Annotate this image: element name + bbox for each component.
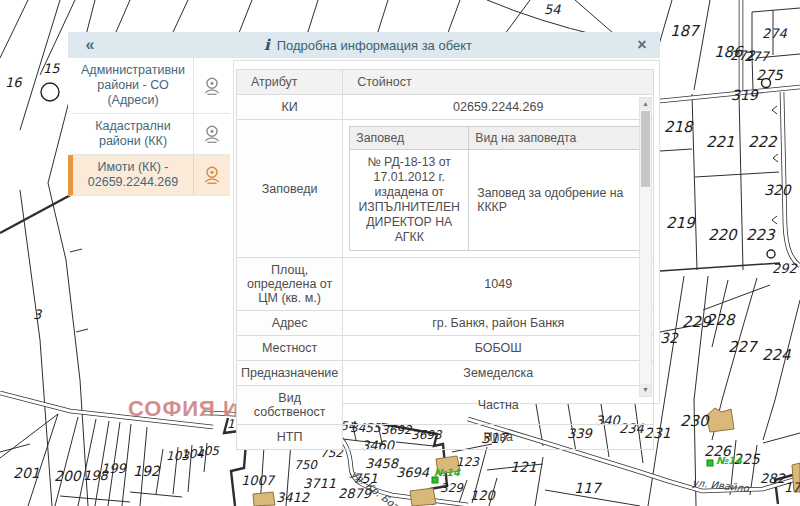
parcel-number-label: 219	[666, 216, 695, 231]
parcel-number-label: 277	[744, 50, 769, 63]
value-cell: БОБОШ	[343, 336, 654, 361]
info-icon: i	[264, 36, 270, 54]
attr-cell: Адрес	[237, 311, 343, 336]
sidebar-item-label: Кадастрални райони (КК)	[73, 114, 193, 154]
table-row: Вид собственост Частна	[237, 386, 654, 425]
sidebar-item-label: Имоти (КК) - 02659.2244.269	[73, 155, 193, 195]
app-window: 5416153187186274272277275319218221222320…	[0, 0, 800, 506]
collapse-sidebar-button[interactable]: «	[68, 36, 112, 54]
parcel-number-label: 199	[101, 462, 126, 475]
parcel-number-label: 3	[33, 308, 41, 321]
sidebar-item-property-02659-2244-269[interactable]: Имоти (КК) - 02659.2244.269	[68, 155, 230, 196]
scrollbar-down-arrow[interactable]: ▼	[640, 384, 651, 396]
table-row: Заповеди Заповед Вид на заповедта № РД-1…	[237, 120, 654, 258]
parcel-number-label: 319	[731, 88, 758, 102]
parcel-number-label: 220	[708, 228, 737, 243]
value-cell: гр. Банкя, район Банкя	[343, 311, 654, 336]
order-type-cell: Заповед за одобрение на КККР	[469, 150, 649, 251]
parcel-number-label: 292	[772, 262, 797, 275]
parcel-number-label: 224	[762, 348, 791, 363]
parcel-number-label: 1007	[241, 474, 274, 487]
attr-cell: НТП	[237, 425, 343, 450]
value-cell: Частна	[343, 386, 654, 425]
parcel-number-label: 120	[470, 489, 495, 502]
layer-sidebar: Административни райони - СО (Адреси) Кад…	[68, 58, 230, 196]
column-header-order-type: Вид на заповедта	[469, 127, 649, 150]
table-row: Адрес гр. Банкя, район Банкя	[237, 311, 654, 336]
sidebar-item-admin-regions[interactable]: Административни райони - СО (Адреси)	[68, 58, 230, 114]
parcel-number-label: 201	[13, 466, 40, 480]
parcel-number-label: 275	[756, 68, 783, 82]
map-pin-icon	[193, 114, 230, 154]
parcel-number-label: 192	[133, 464, 160, 478]
order-cell: № РД-18-13 от 17.01.2012 г. издадена от …	[350, 150, 469, 251]
parcel-number-label: 3711	[303, 477, 336, 490]
parcel-number-label: 282	[760, 472, 785, 485]
parcel-number-label: 15	[43, 62, 60, 75]
parcel-number-label: 218	[664, 120, 693, 135]
parcel-number-label: 187	[670, 24, 699, 39]
parcel-number-label: 274	[762, 27, 787, 40]
map-pin-icon	[193, 155, 230, 195]
value-cell: Нива	[343, 425, 654, 450]
parcel-number-label: 121	[510, 460, 537, 474]
attr-cell: Вид собственост	[237, 386, 343, 425]
parcel-number-label: 228	[706, 313, 735, 328]
dialog-title: iПодробна информация за обект	[112, 36, 624, 54]
attr-cell: КИ	[237, 95, 343, 120]
table-row: КИ 02659.2244.269	[237, 95, 654, 120]
column-header-order: Заповед	[350, 127, 469, 150]
orders-header-row: Заповед Вид на заповедта	[350, 127, 649, 150]
column-header-attribute: Атрибут	[237, 70, 343, 95]
scrollbar[interactable]: ▲ ▼	[639, 97, 652, 397]
value-cell: Земеделска	[343, 361, 654, 386]
parcel-number-label: 32	[660, 331, 678, 345]
dialog-title-text: Подробна информация за обект	[277, 38, 472, 53]
attr-cell: Местност	[237, 336, 343, 361]
attribute-table: Атрибут Стойност КИ 02659.2244.269 Запов…	[236, 69, 654, 450]
parcel-number-label: 200	[54, 469, 81, 483]
parcel-number-label: 117	[574, 481, 601, 495]
attr-cell: Предназначение	[237, 361, 343, 386]
parcel-number-label: 105	[196, 445, 219, 457]
orders-table: Заповед Вид на заповедта № РД-18-13 от 1…	[349, 126, 649, 251]
attribute-table-panel: Атрибут Стойност КИ 02659.2244.269 Запов…	[233, 60, 660, 404]
orders-row: № РД-18-13 от 17.01.2012 г. издадена от …	[350, 150, 649, 251]
table-row: Предназначение Земеделска	[237, 361, 654, 386]
parcel-number-label: 227	[728, 340, 757, 355]
attr-cell: Заповеди	[237, 120, 343, 258]
parcel-number-label: 230	[680, 414, 709, 429]
table-row: Площ, определена от ЦМ (кв. м.) 1049	[237, 258, 654, 311]
parcel-number-label: 223	[746, 228, 775, 243]
parcel-number-label: 222	[748, 135, 777, 150]
parcel-number-label: 3412	[276, 491, 309, 504]
value-cell: 1049	[343, 258, 654, 311]
parcel-number-label: 329	[440, 482, 463, 494]
parcel-number-label: 173	[784, 481, 800, 494]
table-row: НТП Нива	[237, 425, 654, 450]
parcel-number-label: 3458	[365, 457, 398, 470]
parcel-number-label: 221	[706, 135, 735, 150]
close-icon[interactable]: ×	[624, 36, 660, 54]
dialog-header: « iПодробна информация за обект ×	[68, 32, 660, 58]
value-cell: 02659.2244.269	[343, 95, 654, 120]
parcel-number-label: 3694	[396, 466, 429, 479]
address-label: №14	[434, 468, 460, 478]
sidebar-item-label: Административни райони - СО (Адреси)	[73, 58, 193, 113]
scrollbar-up-arrow[interactable]: ▲	[640, 98, 651, 110]
address-label: №14	[716, 456, 742, 466]
sidebar-item-cadastral-regions[interactable]: Кадастрални райони (КК)	[68, 114, 230, 155]
parcel-number-label: 54	[544, 3, 561, 16]
map-pin-icon	[193, 58, 230, 113]
attr-cell: Площ, определена от ЦМ (кв. м.)	[237, 258, 343, 311]
parcel-number-label: 16	[5, 76, 22, 89]
column-header-value: Стойност	[343, 70, 654, 95]
parcel-number-label: 320	[764, 183, 791, 197]
table-row: Местност БОБОШ	[237, 336, 654, 361]
parcel-number-label: 750	[294, 459, 317, 471]
table-header-row: Атрибут Стойност	[237, 70, 654, 95]
scrollbar-thumb[interactable]	[641, 111, 650, 187]
